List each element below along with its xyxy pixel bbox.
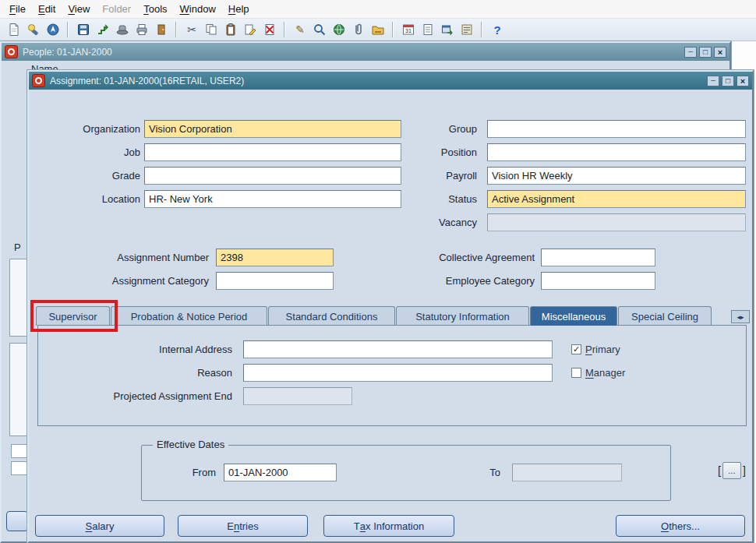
assignment-number-field[interactable] — [216, 249, 334, 266]
show-navigator-icon[interactable] — [44, 21, 62, 39]
print-icon[interactable] — [132, 21, 150, 39]
tools-icon[interactable] — [457, 21, 475, 39]
from-field[interactable] — [224, 464, 337, 481]
position-label: Position — [364, 146, 477, 158]
people-window-button-fragment[interactable] — [6, 511, 28, 531]
status-label: Status — [364, 193, 477, 205]
svg-text:✂: ✂ — [187, 23, 196, 36]
close-form-icon[interactable] — [152, 21, 170, 39]
translations-icon[interactable] — [330, 21, 348, 39]
people-close-button[interactable] — [714, 47, 726, 58]
svg-text:31: 31 — [405, 28, 412, 33]
people-window-title: People: 01-JAN-2000 — [23, 47, 112, 58]
payroll-field[interactable] — [487, 167, 746, 185]
tab-miscellaneous[interactable]: Miscellaneous — [530, 306, 617, 326]
new-icon[interactable] — [5, 21, 23, 39]
reason-label: Reason — [76, 367, 232, 379]
position-field[interactable] — [487, 143, 746, 161]
task-flow-ellipsis-button[interactable]: ... — [722, 462, 741, 479]
assignment-window-body: Organization Job Grade Location Group Po… — [29, 90, 752, 541]
assignment-window-titlebar[interactable]: Assignment: 01-JAN-2000(16RETAIL, USER2) — [29, 72, 752, 90]
projected-assignment-end-field[interactable] — [243, 387, 352, 405]
menu-item-file[interactable]: File — [3, 2, 32, 16]
assignment-window-title: Assignment: 01-JAN-2000(16RETAIL, USER2) — [50, 76, 244, 86]
task-flow-bracket-right: ] — [743, 464, 746, 477]
switch-responsibility-icon[interactable] — [113, 21, 131, 39]
svg-text:✎: ✎ — [295, 23, 305, 36]
people-window-titlebar[interactable]: People: 01-JAN-2000 — [2, 43, 730, 61]
task-flow-control: [ ... ] — [718, 462, 746, 479]
task-flow-bracket-left: [ — [718, 464, 721, 477]
menu-item-view[interactable]: View — [62, 2, 96, 16]
save-icon[interactable] — [74, 21, 92, 39]
edit-field-icon[interactable]: ✎ — [291, 21, 309, 39]
svg-text:?: ? — [493, 23, 500, 37]
internal-address-label: Internal Address — [76, 344, 232, 355]
assignment-minimize-button[interactable] — [707, 76, 719, 86]
assignment-category-field[interactable] — [216, 272, 334, 290]
collective-agreement-field[interactable] — [541, 249, 655, 266]
tab-supervisor[interactable]: Supervisor — [36, 306, 110, 326]
menu-item-edit[interactable]: Edit — [32, 2, 62, 16]
organization-field[interactable] — [144, 120, 401, 138]
toolbar-separator — [481, 22, 482, 37]
folder-tools-icon[interactable] — [369, 21, 387, 39]
find-icon[interactable] — [24, 21, 42, 39]
attachments-icon[interactable] — [349, 21, 367, 39]
reason-field[interactable] — [243, 364, 553, 382]
salary-button[interactable]: Salary — [35, 515, 164, 537]
cut-icon[interactable]: ✂ — [182, 21, 200, 39]
from-label: From — [146, 467, 216, 478]
employee-category-field[interactable] — [541, 272, 655, 290]
assignment-category-label: Assignment Category — [60, 275, 209, 287]
help-icon[interactable]: ? — [488, 21, 506, 39]
toolbar-separator — [67, 22, 69, 37]
people-window-fragment-label: P — [14, 242, 21, 253]
tab-special-ceiling[interactable]: Special Ceiling — [618, 306, 712, 326]
location-field[interactable] — [144, 190, 401, 208]
zoom-icon[interactable] — [310, 21, 328, 39]
edit-record-icon[interactable] — [241, 21, 259, 39]
assignment-maximize-button[interactable] — [722, 76, 734, 86]
tax-information-button[interactable]: Tax Information — [323, 515, 454, 537]
grade-field[interactable] — [144, 167, 401, 185]
tab-scroll-arrows-icon[interactable] — [731, 310, 750, 323]
menu-item-window[interactable]: Window — [174, 2, 222, 16]
summary-icon[interactable] — [419, 21, 436, 39]
group-label: Group — [364, 123, 477, 135]
entries-button[interactable]: Entries — [178, 515, 308, 537]
effective-dates-legend: Effective Dates — [153, 439, 228, 450]
menu-item-folder[interactable]: Folder — [96, 2, 137, 16]
job-label: Job — [29, 146, 140, 158]
menu-item-help[interactable]: Help — [222, 2, 256, 16]
export-icon[interactable] — [438, 21, 456, 39]
calendar-icon[interactable]: 31 — [399, 21, 417, 39]
job-field[interactable] — [144, 143, 401, 161]
group-field[interactable] — [487, 120, 746, 138]
manager-checkbox-row: Manager — [571, 367, 625, 379]
manager-checkbox[interactable] — [571, 368, 581, 378]
paste-icon[interactable] — [221, 21, 239, 39]
people-minimize-button[interactable] — [684, 47, 697, 58]
primary-checkbox[interactable]: ✓ — [571, 344, 581, 354]
assignment-close-button[interactable] — [737, 76, 749, 86]
others-button[interactable]: Others... — [616, 515, 745, 537]
delete-record-icon[interactable] — [260, 21, 278, 39]
vacancy-label: Vacancy — [364, 217, 477, 228]
to-field[interactable] — [512, 464, 622, 481]
organization-label: Organization — [29, 123, 140, 135]
copy-icon[interactable] — [202, 21, 220, 39]
people-window-fragment — [9, 259, 27, 337]
menu-item-tools[interactable]: Tools — [137, 2, 173, 16]
tab-probation-notice-period[interactable]: Probation & Notice Period — [111, 306, 267, 326]
tab-statutory-information[interactable]: Statutory Information — [396, 306, 529, 326]
vacancy-field[interactable] — [487, 213, 746, 231]
people-maximize-button[interactable] — [699, 47, 712, 58]
toolbar: ✂ ✎ 31 ? — [0, 19, 756, 41]
internal-address-field[interactable] — [243, 340, 553, 358]
tab-standard-conditions[interactable]: Standard Conditions — [268, 306, 395, 326]
next-step-icon[interactable] — [94, 21, 111, 39]
people-window-field-fragment[interactable] — [11, 444, 28, 458]
people-window-field-fragment[interactable] — [11, 461, 28, 475]
status-field[interactable] — [487, 190, 746, 208]
